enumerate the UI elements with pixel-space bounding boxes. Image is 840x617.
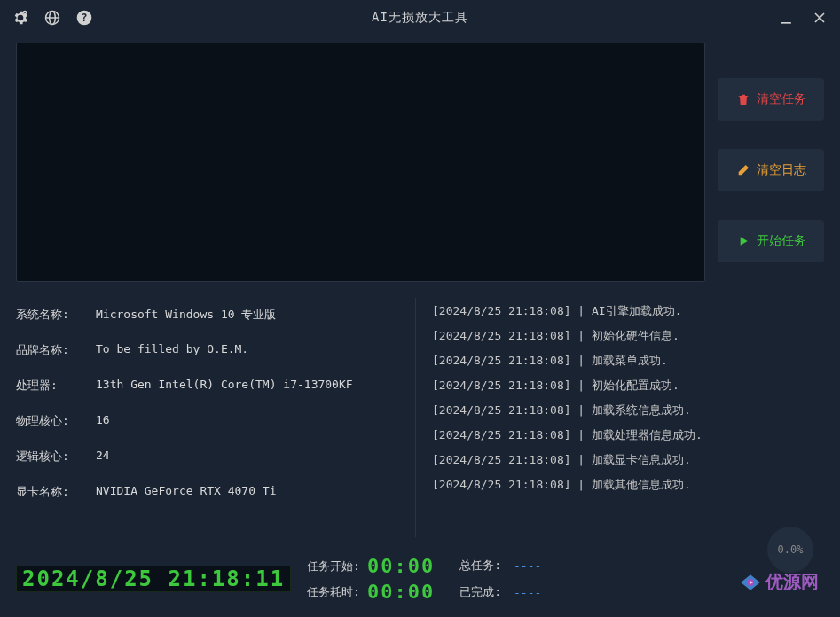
log-line: [2024/8/25 21:18:08] | AI引擎加载成功. [432,303,824,319]
watermark-logo-icon [739,571,762,594]
play-icon [736,234,750,248]
done-tasks-row: 已完成: ---- [459,584,541,600]
preview-panel[interactable] [16,43,705,282]
watermark-text: 优源网 [765,570,819,594]
titlebar: ? AI无损放大工具 [0,0,840,35]
gpu-value: NVIDIA GeForce RTX 4070 Ti [96,484,277,500]
clear-tasks-label: 清空任务 [757,91,806,107]
task-start-row: 任务开始: 00:00 [307,555,435,577]
log-line: [2024/8/25 21:18:08] | 初始化硬件信息. [432,328,824,344]
log-line: [2024/8/25 21:18:08] | 加载显卡信息成功. [432,452,824,468]
log-line: [2024/8/25 21:18:08] | 初始化配置成功. [432,378,824,394]
globe-icon[interactable] [43,8,62,27]
clock-display: 2024/8/25 21:18:11 [16,566,291,592]
system-info-panel: 系统名称: Microsoft Windows 10 专业版 品牌名称: To … [16,298,397,537]
log-line: [2024/8/25 21:18:08] | 加载系统信息成功. [432,402,824,418]
clear-tasks-button[interactable]: 清空任务 [718,78,824,121]
logiccores-value: 24 [96,449,110,465]
sysinfo-row: 物理核心: 16 [16,413,397,429]
total-tasks-value: ---- [514,559,541,573]
brand-value: To be filled by O.E.M. [96,342,248,358]
sysinfo-row: 逻辑核心: 24 [16,449,397,465]
brand-label: 品牌名称: [16,342,96,358]
trash-icon [736,92,750,106]
app-title: AI无损放大工具 [372,10,468,26]
done-tasks-value: ---- [514,586,541,599]
task-counts: 总任务: ---- 已完成: ---- [459,558,541,600]
task-elapsed-value: 00:00 [367,581,435,603]
svg-text:?: ? [81,12,87,24]
settings-icon[interactable] [11,8,30,27]
task-start-value: 00:00 [367,555,435,577]
sysinfo-row: 处理器: 13th Gen Intel(R) Core(TM) i7-13700… [16,378,397,394]
os-label: 系统名称: [16,307,96,323]
done-tasks-label: 已完成: [459,584,501,600]
titlebar-left: ? [11,8,94,27]
gpu-label: 显卡名称: [16,484,96,500]
cpu-label: 处理器: [16,378,96,394]
physcores-label: 物理核心: [16,413,96,429]
close-icon[interactable] [810,8,829,27]
log-line: [2024/8/25 21:18:08] | 加载其他信息成功. [432,477,824,493]
log-line: [2024/8/25 21:18:08] | 加载处理器信息成功. [432,427,824,443]
window-controls [776,8,829,27]
start-tasks-label: 开始任务 [757,233,806,249]
info-area: 系统名称: Microsoft Windows 10 专业版 品牌名称: To … [0,289,840,546]
log-line: [2024/8/25 21:18:08] | 加载菜单成功. [432,353,824,369]
minimize-icon[interactable] [776,8,796,27]
task-start-label: 任务开始: [307,558,360,574]
os-value: Microsoft Windows 10 专业版 [96,307,276,323]
cpu-value: 13th Gen Intel(R) Core(TM) i7-13700KF [96,378,353,394]
log-panel: [2024/8/25 21:18:08] | AI引擎加载成功. [2024/8… [415,298,824,537]
sysinfo-row: 显卡名称: NVIDIA GeForce RTX 4070 Ti [16,484,397,500]
sysinfo-row: 品牌名称: To be filled by O.E.M. [16,342,397,358]
eraser-icon [736,163,750,177]
logiccores-label: 逻辑核心: [16,449,96,465]
total-tasks-row: 总任务: ---- [459,558,541,574]
task-elapsed-label: 任务耗时: [307,584,360,600]
clear-logs-label: 清空日志 [757,162,806,178]
progress-indicator: 0.0% [767,527,813,573]
physcores-value: 16 [96,413,110,429]
action-buttons: 清空任务 清空日志 开始任务 [718,43,824,282]
footer: 2024/8/25 21:18:11 任务开始: 00:00 任务耗时: 00:… [0,546,840,617]
main-area: 清空任务 清空日志 开始任务 [0,35,840,289]
total-tasks-label: 总任务: [459,558,501,574]
start-tasks-button[interactable]: 开始任务 [718,220,824,262]
sysinfo-row: 系统名称: Microsoft Windows 10 专业版 [16,307,397,323]
watermark: 优源网 [739,570,819,594]
help-icon[interactable]: ? [75,8,94,27]
clear-logs-button[interactable]: 清空日志 [718,149,824,191]
task-elapsed-row: 任务耗时: 00:00 [307,581,435,603]
task-times: 任务开始: 00:00 任务耗时: 00:00 [307,555,435,603]
progress-value: 0.0% [778,543,804,556]
